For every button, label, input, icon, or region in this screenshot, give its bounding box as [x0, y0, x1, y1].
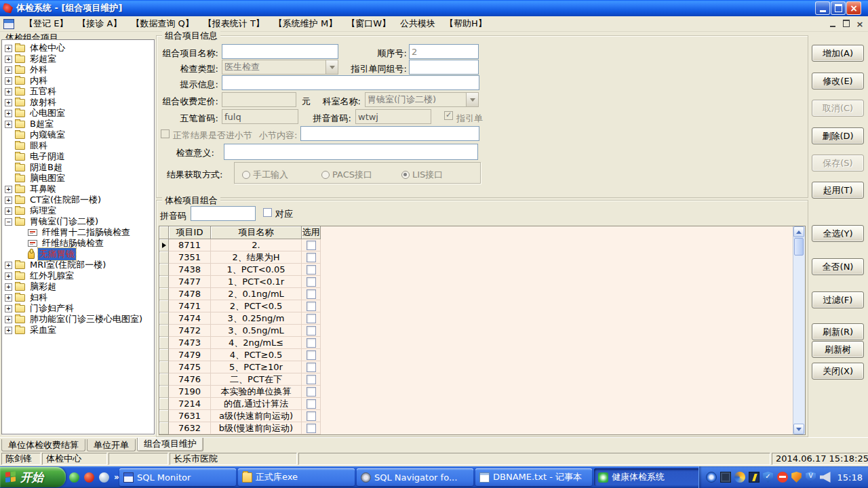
table-row[interactable]: 7214的值,通过计算法: [159, 398, 805, 410]
row-selector[interactable]: [159, 276, 169, 288]
scroll-up-button[interactable]: [793, 226, 804, 237]
quick-launch-more-icon[interactable]: »: [114, 472, 119, 482]
expand-icon[interactable]: +: [5, 327, 12, 334]
table-row[interactable]: 7631a级(快速前向运动): [159, 410, 805, 422]
tree-item[interactable]: +彩超室: [2, 54, 154, 64]
row-selector[interactable]: [159, 361, 169, 373]
tree-item[interactable]: 电子阴道: [2, 151, 154, 162]
tree-item[interactable]: 内窥镜室: [2, 129, 154, 140]
menu-item[interactable]: 【帮助H】: [440, 16, 492, 31]
tab-item[interactable]: 单位体检收费结算: [1, 439, 85, 451]
table-row[interactable]: 74723、0.5ng/mL: [159, 325, 805, 337]
table-row[interactable]: 7632b级(慢速前向运动): [159, 422, 805, 434]
row-selector[interactable]: [159, 373, 169, 386]
expand-icon[interactable]: +: [5, 88, 12, 96]
network-icon[interactable]: [720, 472, 731, 483]
taskbar-button[interactable]: 正式库exe: [238, 468, 355, 486]
menu-item[interactable]: 【登记 E】: [20, 16, 73, 31]
row-selector[interactable]: [159, 386, 169, 398]
menu-item[interactable]: 【报表统计 T】: [199, 16, 269, 31]
expand-icon[interactable]: +: [5, 305, 12, 312]
grid-scrollbar[interactable]: [793, 226, 805, 434]
green-app-icon[interactable]: [69, 472, 79, 483]
menu-item[interactable]: 【数据查询 Q】: [126, 16, 198, 31]
row-checkbox[interactable]: [307, 253, 316, 262]
tree-item[interactable]: 纤维结肠镜检查: [2, 238, 154, 249]
table-row[interactable]: 74381、PCT<0.05: [159, 264, 805, 276]
pinyin-code-input[interactable]: [191, 206, 256, 221]
row-selector[interactable]: [159, 264, 169, 276]
tree-item-label[interactable]: 采血室: [28, 324, 58, 336]
row-selector[interactable]: [159, 337, 169, 349]
tree-item[interactable]: +病理室: [2, 205, 154, 216]
taskbar-button[interactable]: SQL Navigator fo...: [357, 468, 473, 486]
expand-icon[interactable]: +: [5, 272, 12, 280]
row-selector[interactable]: [159, 239, 169, 251]
combo-name-input[interactable]: [222, 44, 338, 59]
side-button[interactable]: 增加(A): [812, 45, 864, 62]
match-checkbox[interactable]: [263, 208, 272, 217]
collapse-icon[interactable]: −: [5, 218, 12, 226]
row-selector[interactable]: [159, 325, 169, 337]
row-checkbox[interactable]: [307, 277, 316, 287]
table-row[interactable]: 87112.: [159, 239, 805, 251]
tree-item[interactable]: +心电图室: [2, 108, 154, 119]
tree-item[interactable]: +体检中心: [2, 43, 154, 54]
sequence-input[interactable]: [409, 44, 479, 59]
tree-item[interactable]: +肺功能室(门诊三楼心电图室): [2, 314, 154, 325]
tree-item[interactable]: +脑彩超: [2, 281, 154, 292]
tab-item[interactable]: 单位开单: [87, 439, 136, 451]
table-row[interactable]: 74755、PCT≥10r: [159, 361, 805, 373]
row-checkbox[interactable]: [307, 265, 316, 274]
expand-icon[interactable]: +: [5, 56, 12, 63]
block-icon[interactable]: [777, 472, 788, 483]
table-row[interactable]: 74794、PCT≥0.5: [159, 349, 805, 361]
row-selector[interactable]: [159, 312, 169, 325]
side-button[interactable]: 修改(E): [812, 73, 864, 89]
audio-icon[interactable]: [820, 472, 831, 483]
taskbar-button[interactable]: 健康体检系统: [594, 468, 711, 486]
row-checkbox[interactable]: [307, 289, 316, 299]
tree-item[interactable]: 无痛胃镜: [2, 249, 154, 260]
row-checkbox[interactable]: [307, 411, 316, 421]
table-row[interactable]: 73512、结果为H: [159, 251, 805, 264]
row-selector[interactable]: [159, 422, 169, 434]
scrollbar-thumb[interactable]: [794, 238, 804, 256]
meaning-input[interactable]: [224, 144, 478, 160]
row-checkbox[interactable]: [307, 326, 316, 336]
gray-app-icon[interactable]: [99, 472, 109, 483]
expand-icon[interactable]: +: [5, 77, 12, 85]
shield-check-icon[interactable]: [763, 472, 774, 483]
taskbar-button[interactable]: DBNAME.txt - 记事本: [475, 468, 592, 486]
close-button[interactable]: ×: [846, 1, 861, 15]
row-checkbox[interactable]: [307, 387, 316, 396]
expand-icon[interactable]: +: [5, 99, 12, 106]
mdi-document-icon[interactable]: [3, 19, 14, 29]
tree-item[interactable]: +CT室(住院部一楼): [2, 195, 154, 205]
tab-active[interactable]: 组合项目维护: [137, 438, 203, 451]
tree-item[interactable]: +妇科: [2, 292, 154, 303]
mdi-restore-button[interactable]: [841, 19, 852, 28]
side-button[interactable]: 删除(D): [812, 127, 864, 144]
row-checkbox[interactable]: [307, 350, 316, 360]
tree-item[interactable]: 脑电图室: [2, 173, 154, 184]
minimize-button[interactable]: [815, 1, 830, 15]
table-row[interactable]: 74712、PCT<0.5: [159, 300, 805, 312]
side-button[interactable]: 全否(N): [812, 258, 864, 275]
table-row[interactable]: 7190本实验的单位换算: [159, 386, 805, 398]
menu-item[interactable]: 【接诊 A】: [73, 16, 126, 31]
expand-icon[interactable]: +: [5, 283, 12, 291]
start-button[interactable]: 开始: [0, 467, 66, 487]
row-checkbox[interactable]: [307, 363, 316, 372]
menu-item[interactable]: 公共模块: [395, 16, 440, 31]
tree-item[interactable]: +红外乳腺室: [2, 270, 154, 281]
power-icon[interactable]: [749, 472, 760, 483]
table-row[interactable]: 74771、PCT<0.1r: [159, 276, 805, 288]
tree-item[interactable]: +内科: [2, 75, 154, 86]
row-selector[interactable]: [159, 300, 169, 312]
expand-icon[interactable]: +: [5, 294, 12, 302]
table-row[interactable]: 7476二、PCT在下: [159, 373, 805, 386]
expand-icon[interactable]: +: [5, 121, 12, 128]
expand-icon[interactable]: +: [5, 262, 12, 269]
side-button[interactable]: 刷新(R): [812, 323, 864, 340]
